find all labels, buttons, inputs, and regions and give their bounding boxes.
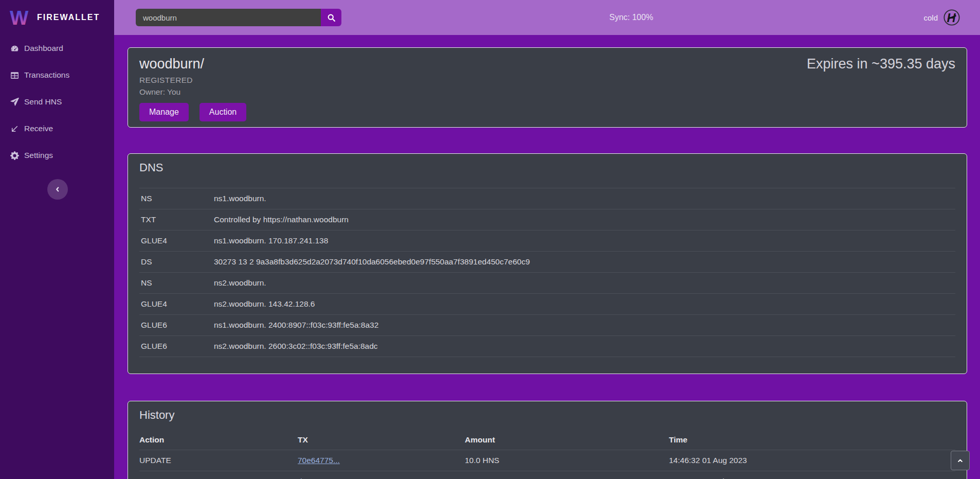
history-col-tx: TX (298, 430, 465, 450)
dns-record-type: GLUE4 (139, 230, 214, 252)
dns-record-type: NS (139, 273, 214, 294)
dns-record-type: GLUE4 (139, 294, 214, 315)
dns-record-type: TXT (139, 209, 214, 230)
sync-status: Sync: 100% (609, 0, 653, 35)
dns-record-row: DS 30273 13 2 9a3a8fb3d625d2a2073d740f10… (139, 252, 955, 273)
history-action: UPDATE (139, 450, 298, 471)
domain-actions: Manage Auction (139, 103, 246, 121)
history-header-row: Action TX Amount Time (139, 430, 955, 450)
dns-record-value: 30273 13 2 9a3a8fb3d625d2a2073d740f10da6… (214, 252, 955, 273)
history-time: 14:46:32 01 Aug 2023 (669, 450, 955, 471)
dns-card: DNS NS ns1.woodburn. TXT Controlled by h… (128, 153, 967, 374)
history-card: History Action TX Amount Time UPDATE 70e… (128, 401, 967, 479)
sidebar: W FIREWALLET Dashboard Transactions Send… (0, 0, 114, 479)
sidebar-item-settings[interactable]: Settings (0, 142, 114, 169)
wallet-name: cold (923, 13, 938, 22)
dns-record-value: ns2.woodburn. (214, 273, 955, 294)
sidebar-item-send-hns[interactable]: Send HNS (0, 88, 114, 115)
sidebar-item-label: Dashboard (24, 44, 63, 53)
settings-icon (10, 151, 19, 160)
sidebar-collapse-button[interactable] (47, 179, 68, 200)
auction-button[interactable]: Auction (199, 103, 246, 121)
dns-record-row: GLUE6 ns2.woodburn. 2600:3c02::f03c:93ff… (139, 336, 955, 357)
history-table: Action TX Amount Time UPDATE 70e64775...… (139, 430, 955, 479)
hns-logo-icon[interactable]: H (943, 9, 960, 26)
firewallet-logo-icon: W (9, 6, 32, 29)
history-row: UPDATE 70e64775... 10.0 HNS 14:46:32 01 … (139, 450, 955, 471)
dns-record-row: GLUE6 ns1.woodburn. 2400:8907::f03c:93ff… (139, 315, 955, 336)
history-col-action: Action (139, 430, 298, 450)
chevron-left-icon (54, 186, 61, 193)
dns-record-type: DS (139, 252, 214, 273)
dns-record-value: ns2.woodburn. 143.42.128.6 (214, 294, 955, 315)
domain-card: woodburn/ REGISTERED Owner: You Manage A… (128, 47, 967, 128)
svg-text:W: W (10, 7, 29, 29)
brand-name: FIREWALLET (37, 13, 100, 22)
dns-record-value: ns1.woodburn. (214, 188, 955, 209)
dns-card-title: DNS (139, 161, 955, 174)
tx-link[interactable]: d73e5c92... (298, 477, 339, 479)
domain-card-left: woodburn/ REGISTERED Owner: You Manage A… (139, 55, 246, 120)
history-col-amount: Amount (465, 430, 669, 450)
dns-record-value: Controlled by https://nathan.woodburn (214, 209, 955, 230)
dashboard-icon (10, 44, 19, 53)
history-card-title: History (139, 409, 955, 422)
sidebar-item-dashboard[interactable]: Dashboard (0, 35, 114, 62)
history-amount: 10.0 HNS (465, 471, 669, 479)
receive-icon (10, 125, 19, 133)
domain-owner: Owner: You (139, 87, 246, 97)
search-input[interactable] (136, 9, 321, 26)
sidebar-nav: Dashboard Transactions Send HNS Receive … (0, 35, 114, 169)
history-row: RENEW d73e5c92... 10.0 HNS 15:47:06 07 F… (139, 471, 955, 479)
dns-record-row: NS ns1.woodburn. (139, 188, 955, 209)
search-button[interactable] (321, 9, 341, 26)
dns-record-row: GLUE4 ns1.woodburn. 170.187.241.138 (139, 230, 955, 252)
history-action: RENEW (139, 471, 298, 479)
dns-record-type: GLUE6 (139, 315, 214, 336)
wallet-group: cold H (923, 0, 960, 35)
sidebar-item-label: Transactions (24, 70, 69, 80)
dns-record-value: ns1.woodburn. 2400:8907::f03c:93ff:fe5a:… (214, 315, 955, 336)
main-content: woodburn/ REGISTERED Owner: You Manage A… (114, 35, 980, 479)
dns-record-type: GLUE6 (139, 336, 214, 357)
history-col-time: Time (669, 430, 955, 450)
sidebar-item-label: Send HNS (24, 97, 62, 107)
history-amount: 10.0 HNS (465, 450, 669, 471)
topbar: Sync: 100% cold H (114, 0, 980, 35)
manage-button[interactable]: Manage (139, 103, 189, 121)
history-time: 15:47:06 07 Feb 2023 (669, 471, 955, 479)
search-group (136, 9, 341, 26)
send-icon (10, 98, 19, 107)
sidebar-item-label: Receive (24, 124, 53, 133)
domain-status: REGISTERED (139, 76, 246, 85)
dns-record-row: NS ns2.woodburn. (139, 273, 955, 294)
sidebar-item-label: Settings (24, 151, 53, 160)
scroll-to-top-button[interactable] (951, 451, 970, 470)
dns-record-row: GLUE4 ns2.woodburn. 143.42.128.6 (139, 294, 955, 315)
search-icon (327, 13, 336, 22)
transactions-icon (10, 71, 19, 80)
chevron-up-icon (956, 457, 964, 465)
domain-expiry: Expires in ~395.35 days (807, 55, 955, 120)
brand: W FIREWALLET (0, 0, 114, 35)
dns-record-row: TXT Controlled by https://nathan.woodbur… (139, 209, 955, 230)
dns-record-value: ns2.woodburn. 2600:3c02::f03c:93ff:fe5a:… (214, 336, 955, 357)
dns-record-value: ns1.woodburn. 170.187.241.138 (214, 230, 955, 252)
tx-link[interactable]: 70e64775... (298, 456, 340, 465)
sidebar-item-receive[interactable]: Receive (0, 115, 114, 142)
domain-title: woodburn/ (139, 55, 246, 73)
dns-table: NS ns1.woodburn. TXT Controlled by https… (139, 188, 955, 357)
dns-record-type: NS (139, 188, 214, 209)
sidebar-item-transactions[interactable]: Transactions (0, 62, 114, 88)
